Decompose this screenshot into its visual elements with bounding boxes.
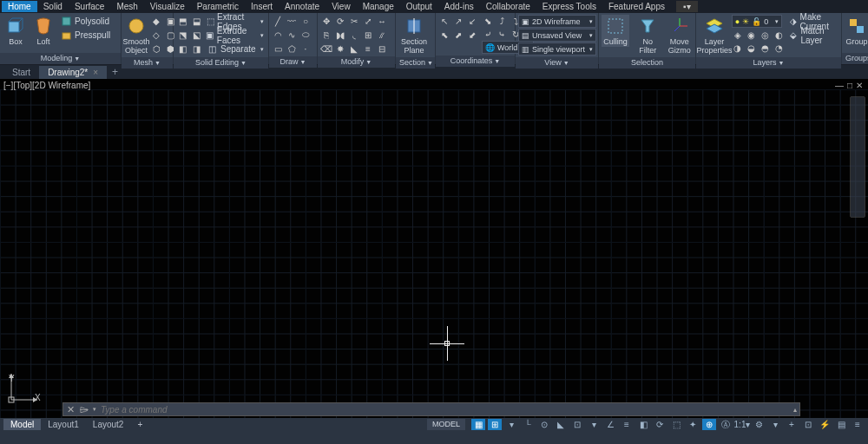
command-input[interactable] — [101, 405, 796, 415]
menu-featured[interactable]: Featured Apps — [602, 1, 671, 12]
menu-extra-icon[interactable]: ▪▾ — [676, 1, 698, 12]
layer-ic8[interactable]: ◔ — [773, 42, 786, 54]
culling-button[interactable]: Culling — [602, 15, 629, 47]
move-icon[interactable]: ✥ — [320, 15, 332, 27]
cycling-toggle[interactable]: ⟳ — [653, 419, 667, 430]
menu-parametric[interactable]: Parametric — [191, 1, 245, 12]
layout2-tab[interactable]: Layout2 — [86, 419, 131, 430]
snap-dd[interactable]: ▾ — [504, 419, 518, 430]
layer-ic2[interactable]: ◉ — [746, 29, 758, 41]
polyline-icon[interactable]: 〰 — [286, 15, 298, 27]
layer-properties-button[interactable]: Layer Properties — [699, 15, 730, 56]
ellipse-icon[interactable]: ⬭ — [299, 29, 312, 41]
panel-modify-title[interactable]: Modify▼ — [318, 56, 395, 68]
snap-toggle[interactable]: ⊞ — [488, 419, 502, 430]
match-layer-button[interactable]: ⬙Match Layer — [787, 29, 838, 42]
menu-manage[interactable]: Manage — [357, 1, 400, 12]
se-ic5[interactable]: ◧ — [176, 42, 188, 55]
menu-solid[interactable]: Solid — [37, 1, 69, 12]
box-button[interactable]: Box — [3, 15, 29, 47]
panel-layers-title[interactable]: Layers▼ — [696, 57, 841, 69]
anno-toggle[interactable]: Ⓐ — [719, 419, 733, 430]
ucs-ic3[interactable]: ↙ — [466, 15, 478, 27]
close-tab-icon[interactable]: × — [93, 68, 98, 77]
drawing-tab[interactable]: Drawing2*× — [39, 66, 107, 79]
model-tab[interactable]: Model — [3, 419, 41, 430]
layer-ic7[interactable]: ◓ — [760, 42, 772, 54]
transp-toggle[interactable]: ◧ — [636, 419, 650, 430]
explode-icon[interactable]: ✸ — [334, 42, 346, 55]
ucs-ic7[interactable]: ⬊ — [482, 15, 494, 27]
loft-button[interactable]: Loft — [30, 15, 56, 47]
panel-solidedit-title[interactable]: Solid Editing▼ — [174, 57, 268, 69]
start-tab[interactable]: Start — [3, 66, 39, 79]
menu-home[interactable]: Home — [2, 1, 37, 12]
chamfer-icon[interactable]: ◣ — [348, 42, 360, 55]
fillet-icon[interactable]: ◟ — [348, 29, 360, 41]
scale-toggle[interactable]: 1:1▾ — [735, 419, 749, 430]
grid-toggle[interactable]: ▦ — [471, 419, 485, 430]
rect-icon[interactable]: ▭ — [272, 42, 284, 55]
se-ic3[interactable]: ⬔ — [176, 29, 188, 41]
polar-toggle[interactable]: ⊙ — [537, 419, 551, 430]
menu-express[interactable]: Express Tools — [536, 1, 602, 12]
menu-mesh[interactable]: Mesh — [110, 1, 143, 12]
ucs-ic10[interactable]: ⤶ — [482, 28, 494, 40]
visual-style-combo[interactable]: ▣2D Wireframe▾ — [518, 15, 596, 28]
smooth-object-button[interactable]: Smooth Object — [124, 15, 148, 56]
mirror-icon[interactable]: ◗◖ — [334, 29, 346, 41]
ucs-ic11[interactable]: ⤷ — [496, 28, 508, 40]
view-label[interactable]: [−][Top][2D Wireframe] — [3, 81, 90, 90]
panel-draw-title[interactable]: Draw▼ — [269, 56, 317, 68]
annomon-toggle[interactable]: ▾ — [768, 419, 782, 430]
dynucs-toggle[interactable]: ✦ — [686, 419, 700, 430]
otrack-toggle[interactable]: ∠ — [603, 419, 617, 430]
ucs-ic5[interactable]: ⬈ — [452, 29, 464, 41]
3dosnap-toggle[interactable]: ⬚ — [669, 419, 683, 430]
osnap-dd[interactable]: ▾ — [587, 419, 601, 430]
viewport[interactable]: [−][Top][2D Wireframe] — □ ✕ Y X ✕ ⌲ ▾ ▴ — [0, 79, 868, 418]
break-icon[interactable]: ⊟ — [376, 42, 388, 55]
panel-coordinates-title[interactable]: Coordinates▼ — [436, 56, 515, 67]
layer-ic1[interactable]: ◈ — [732, 29, 744, 41]
iso-toggle[interactable]: ◣ — [554, 419, 568, 430]
point-icon[interactable]: · — [299, 42, 312, 55]
close-icon[interactable]: ✕ — [856, 81, 863, 90]
ucs-ic2[interactable]: ↗ — [452, 15, 464, 27]
mesh-ic5[interactable]: ⬡ — [150, 42, 162, 55]
maximize-icon[interactable]: □ — [847, 81, 852, 90]
unsaved-view-combo[interactable]: ▤Unsaved View▾ — [518, 29, 596, 42]
panel-view-title[interactable]: View▼ — [516, 57, 598, 69]
layer-combo[interactable]: ●☀🔓0▾ — [732, 15, 782, 28]
menu-addins[interactable]: Add-ins — [438, 1, 480, 12]
new-layout-button[interactable]: + — [130, 419, 149, 430]
ortho-toggle[interactable]: └ — [521, 419, 535, 430]
scale-icon[interactable]: ⤢ — [362, 15, 374, 27]
menu-visualize[interactable]: Visualize — [144, 1, 191, 12]
panel-modeling-title[interactable]: Modeling▼ — [0, 53, 121, 64]
menu-annotate[interactable]: Annotate — [279, 1, 326, 12]
se-ic2[interactable]: ⬓ — [190, 15, 202, 27]
separate-button[interactable]: ◫Separate▾ — [204, 42, 266, 56]
arc-icon[interactable]: ◠ — [272, 29, 284, 41]
panel-groups-title[interactable]: Groups▼ — [842, 53, 868, 64]
panel-section-title[interactable]: Section▼ — [396, 57, 435, 69]
cmd-history-icon[interactable]: ▴ — [793, 406, 797, 414]
layer-ic3[interactable]: ◎ — [760, 29, 772, 41]
erase-icon[interactable]: ⌫ — [320, 42, 332, 55]
nav-bar[interactable] — [850, 96, 865, 218]
ucs-ic4[interactable]: ⬉ — [438, 29, 450, 41]
group-button[interactable]: Group — [845, 15, 868, 47]
polysolid-button[interactable]: Polysolid — [58, 15, 112, 28]
menu-view[interactable]: View — [326, 1, 357, 12]
rotate-icon[interactable]: ⟳ — [334, 15, 346, 27]
stretch-icon[interactable]: ↔ — [376, 15, 388, 27]
ws-toggle[interactable]: ⚙ — [752, 419, 766, 430]
layer-ic6[interactable]: ◒ — [746, 42, 758, 54]
layout1-tab[interactable]: Layout1 — [41, 419, 86, 430]
menu-insert[interactable]: Insert — [245, 1, 279, 12]
align-icon[interactable]: ≡ — [362, 42, 374, 55]
lw-toggle[interactable]: ≡ — [620, 419, 634, 430]
osnap-toggle[interactable]: ⊡ — [570, 419, 584, 430]
command-line[interactable]: ✕ ⌲ ▾ ▴ — [62, 402, 800, 416]
